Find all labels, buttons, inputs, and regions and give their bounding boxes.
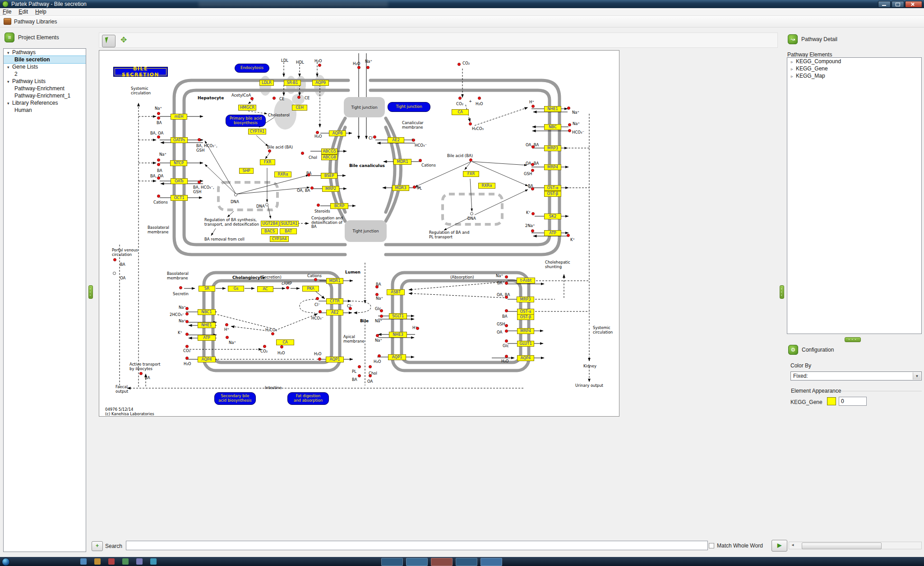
gene-box-nbc1[interactable]: NBC1 [198, 309, 216, 315]
compound-dot[interactable] [567, 234, 570, 237]
gene-box-ae2[interactable]: AE2 [326, 310, 343, 315]
compound-dot[interactable] [185, 357, 189, 360]
maximize-button[interactable] [892, 1, 904, 8]
gene-box-glut1[interactable]: GLUT1 [517, 341, 534, 347]
tree-item-kegg-gene[interactable]: ▹KEGG_Gene [787, 65, 921, 72]
compound-dot[interactable] [271, 332, 274, 335]
compound-dot[interactable] [250, 97, 254, 100]
compound-dot[interactable] [358, 365, 361, 368]
map-box-secondary-bile-acid-biosynthesis[interactable]: Secondary bile acid biosynthesis [214, 392, 256, 405]
run-search-button[interactable]: ▶ [772, 540, 787, 552]
compound-dot[interactable] [505, 339, 508, 343]
compound-dot[interactable] [318, 357, 321, 361]
compound-dot[interactable] [286, 286, 289, 289]
gene-box-bcrp[interactable]: BCRP [330, 203, 348, 209]
menu-file[interactable]: File [3, 9, 11, 15]
compound-dot[interactable] [380, 309, 383, 312]
gene-box-oats[interactable]: OATs [171, 178, 188, 184]
gene-box-bacs[interactable]: BACS [261, 228, 278, 234]
compound-dot[interactable] [139, 372, 143, 375]
gene-box-sult2a1[interactable]: SULT2A1 [280, 221, 299, 227]
compound-dot[interactable] [531, 187, 534, 190]
horizontal-scrollbar[interactable]: ◄ [789, 542, 922, 549]
compound-dot[interactable] [349, 307, 352, 310]
gene-box-ost-[interactable]: OST-α [544, 185, 561, 191]
pathway-canvas[interactable]: mEHOATPsNTCPOATsOCT1LDLRSR-B1AQP9HMGCRCE… [99, 50, 619, 417]
compound-dot[interactable] [375, 285, 379, 288]
compound-dot[interactable] [268, 149, 271, 153]
gene-box-ceh[interactable]: CEH [292, 105, 307, 111]
compound-dot[interactable] [505, 324, 508, 327]
tree-item-pathway-lists[interactable]: ▾Pathway Lists [4, 78, 86, 85]
kegg-gene-value-input[interactable] [839, 397, 867, 406]
compound-dot[interactable] [375, 293, 379, 296]
compound-dot[interactable] [307, 173, 310, 176]
gene-box-aqp9[interactable]: AQP9 [312, 80, 329, 86]
gene-box-ldlr[interactable]: LDLR [259, 80, 274, 86]
gene-box-sglt1[interactable]: SGLT1 [389, 313, 407, 319]
gene-box-cyp3a4[interactable]: CYP3A4 [270, 236, 289, 242]
compound-dot[interactable] [419, 159, 422, 162]
gene-box-atp[interactable]: ATP [198, 335, 216, 341]
gene-box-nhe3[interactable]: NHE3 [389, 332, 407, 338]
gene-box-rxr-[interactable]: RXRα [478, 183, 495, 189]
compound-dot[interactable] [378, 354, 381, 357]
add-search-button[interactable]: + [92, 541, 103, 551]
compound-dot[interactable] [273, 97, 276, 100]
compound-dot[interactable] [157, 116, 160, 120]
taskbar-window-button[interactable] [406, 558, 428, 566]
compound-dot[interactable] [568, 123, 571, 126]
match-whole-word-checkbox[interactable] [709, 543, 714, 548]
compound-dot[interactable] [505, 282, 508, 285]
scrollbar-thumb[interactable] [802, 543, 882, 549]
splitter-grip-config[interactable] [845, 337, 861, 342]
minimize-button[interactable] [878, 1, 891, 8]
taskbar-window-button[interactable] [381, 558, 403, 566]
tree-item-human[interactable]: Human [4, 107, 86, 114]
compound-dot[interactable] [505, 329, 508, 333]
taskbar-icon[interactable] [80, 558, 87, 565]
gene-box-mdr1[interactable]: MDR1 [326, 278, 343, 284]
compound-dot[interactable] [198, 138, 201, 141]
compound-dot[interactable] [301, 152, 304, 155]
compound-dot[interactable] [179, 286, 182, 289]
compound-dot[interactable] [380, 315, 383, 318]
compound-dot[interactable] [317, 204, 320, 207]
compound-dot[interactable] [185, 333, 189, 336]
compound-dot[interactable] [280, 345, 283, 348]
tree-item-library-references[interactable]: ▾Library References [4, 99, 86, 107]
gene-box-mdr3[interactable]: MDR3 [392, 185, 409, 191]
compound-dot[interactable] [531, 169, 534, 172]
compound-dot[interactable] [369, 365, 372, 368]
tree-item-pathway-enrichment[interactable]: Pathway-Enrichment [4, 85, 86, 92]
compound-dot[interactable] [531, 212, 535, 215]
gene-box-nhe1[interactable]: NHE1 [544, 106, 561, 112]
color-by-dropdown[interactable]: Fixed: ▼ [790, 371, 922, 380]
compound-dot[interactable] [185, 307, 189, 310]
open-dot[interactable] [234, 193, 237, 196]
gene-box-ntcp[interactable]: NTCP [170, 160, 187, 166]
gene-box-atp[interactable]: ATP [544, 230, 561, 236]
gene-box-sk2[interactable]: SK2 [544, 213, 561, 219]
compound-dot[interactable] [567, 107, 570, 110]
gene-box-t-asbt[interactable]: t-Asbt [517, 278, 535, 283]
close-button[interactable] [905, 1, 922, 8]
map-box-endocytosis[interactable]: Endocytosis [235, 64, 269, 73]
taskbar-icon[interactable] [136, 558, 143, 565]
compound-dot[interactable] [357, 66, 360, 69]
pan-tool-button[interactable]: ✥ [117, 35, 130, 46]
scroll-left-icon[interactable]: ◄ [791, 543, 795, 547]
compound-dot[interactable] [458, 97, 462, 100]
gene-box-ac[interactable]: AC [257, 286, 273, 292]
compound-dot[interactable] [505, 296, 508, 299]
gene-box-mrp3[interactable]: MRP3 [544, 145, 561, 151]
tree-item-gene-lists[interactable]: ▾Gene Lists [4, 63, 86, 70]
compound-dot[interactable] [469, 158, 472, 162]
gene-box-asbt[interactable]: ASBT [387, 289, 405, 295]
map-box-primary-bile-acid-biosynthesis[interactable]: Primary bile acid biosynthesis [226, 115, 266, 127]
kegg-gene-color-swatch[interactable] [827, 397, 836, 405]
gene-box-shp[interactable]: SHP [239, 168, 254, 174]
gene-box-ugt2b4[interactable]: UGT2B4 [261, 221, 279, 227]
compound-dot[interactable] [505, 309, 508, 312]
map-box-bile-secretion[interactable]: BILE SECRETION [113, 67, 168, 77]
